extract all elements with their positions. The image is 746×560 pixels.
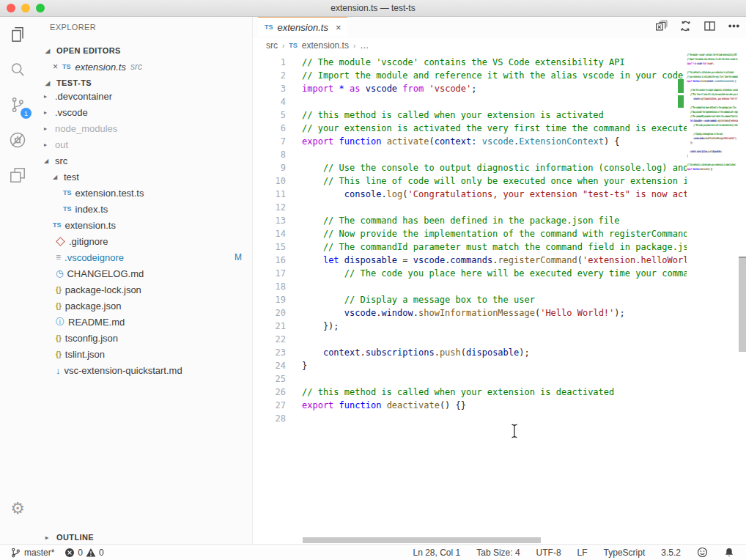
typescript-file-icon: TS <box>265 23 273 31</box>
tree-item-label: extension.ts <box>65 220 116 231</box>
status-tab-size[interactable]: Tab Size: 4 <box>472 548 524 558</box>
line-number: 2 <box>253 69 286 82</box>
split-editor-button[interactable] <box>703 20 716 35</box>
minimap-token: // The module 'vscode' contains the VS C… <box>687 53 736 56</box>
typescript-file-icon: TS <box>289 42 298 49</box>
tree-item-changelog-md[interactable]: ◷CHANGELOG.md <box>35 265 252 281</box>
minimap-token: // Import the module and reference it wi… <box>687 57 738 61</box>
chevron-expanded-icon: ◢ <box>45 48 53 54</box>
code-line-25: 25 <box>253 372 687 386</box>
tree-item-label: out <box>55 139 68 150</box>
tree-item--gitignore[interactable]: .gitignore <box>35 233 252 249</box>
activity-bar-debug[interactable] <box>0 122 35 158</box>
sync-changes-button[interactable] <box>679 20 692 35</box>
tree-item-index-ts[interactable]: TSindex.ts <box>35 201 252 217</box>
window-title: extension.ts — test-ts <box>330 3 415 13</box>
tree-item-node-modules[interactable]: ▸node_modules <box>35 120 252 136</box>
tree-item-label: index.ts <box>75 204 108 215</box>
code-token: // Use the console to output diagnostic … <box>302 163 687 173</box>
tree-item-tsconfig-json[interactable]: {}tsconfig.json <box>35 330 252 346</box>
line-number: 25 <box>253 372 286 386</box>
activity-bar-extensions[interactable] <box>0 158 35 193</box>
git-branch-indicator[interactable]: master* <box>7 547 57 559</box>
code-editor[interactable]: 1// The module 'vscode' contains the VS … <box>253 53 687 541</box>
breadcrumb-item[interactable]: extension.ts <box>302 40 349 51</box>
tree-item--vscode[interactable]: ▸.vscode <box>35 104 252 120</box>
line-number: 28 <box>253 412 286 425</box>
tree-item--devcontainer[interactable]: ▸.devcontainer <box>35 88 252 104</box>
activity-bar-explorer[interactable] <box>0 17 35 52</box>
close-window-button[interactable] <box>7 4 15 12</box>
status-cursor-position[interactable]: Ln 28, Col 1 <box>408 548 465 558</box>
breadcrumb-item[interactable]: … <box>360 40 369 51</box>
tree-item-label: node_modules <box>55 123 117 134</box>
gear-icon: ⚙ <box>10 501 25 517</box>
tab-close-icon[interactable]: × <box>336 22 341 33</box>
line-number: 27 <box>253 399 286 412</box>
breadcrumb-item[interactable]: src <box>266 40 278 51</box>
close-editor-icon[interactable]: × <box>53 62 58 72</box>
code-token <box>361 84 366 94</box>
code-line-1: 1// The module 'vscode' contains the VS … <box>253 56 687 69</box>
status-eol[interactable]: LF <box>573 548 592 558</box>
breadcrumb[interactable]: src›TSextension.ts›… <box>253 38 746 53</box>
tree-item-vsc-extension-quickstart-md[interactable]: ↓vsc-extension-quickstart.md <box>35 362 252 378</box>
tree-item-readme-md[interactable]: ⓘREADME.md <box>35 314 252 330</box>
feedback-smiley-button[interactable] <box>693 547 712 558</box>
code-text: // Import the module and reference it wi… <box>286 69 687 82</box>
code-text: export function deactivate() {} <box>286 399 466 412</box>
typescript-file-icon: TS <box>63 189 72 196</box>
activity-bar-source-control[interactable]: 1 <box>0 87 35 122</box>
tree-item-extension-test-ts[interactable]: TSextension.test.ts <box>35 185 252 201</box>
code-line-7: 7export function activate(context: vscod… <box>253 135 687 148</box>
zoom-window-button[interactable] <box>36 4 45 12</box>
tree-item-out[interactable]: ▸out <box>35 136 252 152</box>
warning-count: 0 <box>99 548 104 558</box>
code-token: 'vscode' <box>429 84 471 94</box>
code-token: ) { <box>604 136 620 147</box>
code-text: // this method is called when your exten… <box>286 386 614 399</box>
open-editors-section-header[interactable]: ◢ OPEN EDITORS <box>35 43 252 59</box>
chevron-expanded-icon: ◢ <box>44 158 51 164</box>
tree-item-package-lock-json[interactable]: {}package-lock.json <box>35 281 252 298</box>
minimap[interactable]: // The module 'vscode' contains the VS C… <box>687 53 738 179</box>
horizontal-scrollbar[interactable] <box>303 537 541 543</box>
more-actions-button[interactable] <box>728 20 740 35</box>
open-changes-button[interactable] <box>655 20 668 35</box>
git-file-icon <box>56 237 65 246</box>
tree-item-test[interactable]: ◢test <box>35 169 252 185</box>
tree-item-package-json[interactable]: {}package.json <box>35 298 252 314</box>
minimap-token: export <box>687 79 692 83</box>
vertical-scrollbar[interactable] <box>739 257 746 352</box>
tree-item-src[interactable]: ◢src <box>35 152 252 169</box>
minimap-token: // this method is called when your exten… <box>687 163 734 166</box>
status-encoding[interactable]: UTF-8 <box>532 548 566 558</box>
minimap-token: // Display a message box to the user <box>687 132 723 136</box>
minimap-token: // your extension is activated the very … <box>687 75 738 78</box>
code-line-26: 26// this method is called when your ext… <box>253 386 687 399</box>
code-text <box>286 148 302 161</box>
tab-extension-ts[interactable]: TS extension.ts × <box>258 16 347 37</box>
code-token: ExtensionContext <box>519 136 604 147</box>
minimap-token <box>687 136 693 140</box>
line-number: 8 <box>253 148 286 161</box>
download-file-icon: ↓ <box>56 365 61 376</box>
outline-section-header[interactable]: ▸ OUTLINE <box>35 529 252 545</box>
tree-item-label: .devcontainer <box>55 91 112 102</box>
open-editor-item[interactable]: × TS extension.ts src <box>35 59 252 75</box>
tree-item-tslint-json[interactable]: {}tslint.json <box>35 346 252 362</box>
minimap-token: disposable <box>712 150 720 153</box>
status-language-mode[interactable]: TypeScript <box>599 548 650 558</box>
activity-bar-search[interactable] <box>0 52 35 87</box>
tree-item-label: extension.test.ts <box>75 188 144 199</box>
notifications-bell-button[interactable] <box>720 547 739 558</box>
status-typescript-version[interactable]: 3.5.2 <box>657 548 685 558</box>
minimap-token: context <box>707 79 713 83</box>
code-token: ; <box>471 84 476 94</box>
tree-item-extension-ts[interactable]: TSextension.ts <box>35 217 252 233</box>
code-token: ); <box>519 347 529 358</box>
minimize-window-button[interactable] <box>21 4 30 12</box>
activity-bar-manage[interactable]: ⚙ <box>0 491 35 526</box>
tree-item--vscodeignore[interactable]: ≡.vscodeignoreM <box>35 249 252 265</box>
problems-indicator[interactable]: 0 0 <box>62 548 106 558</box>
